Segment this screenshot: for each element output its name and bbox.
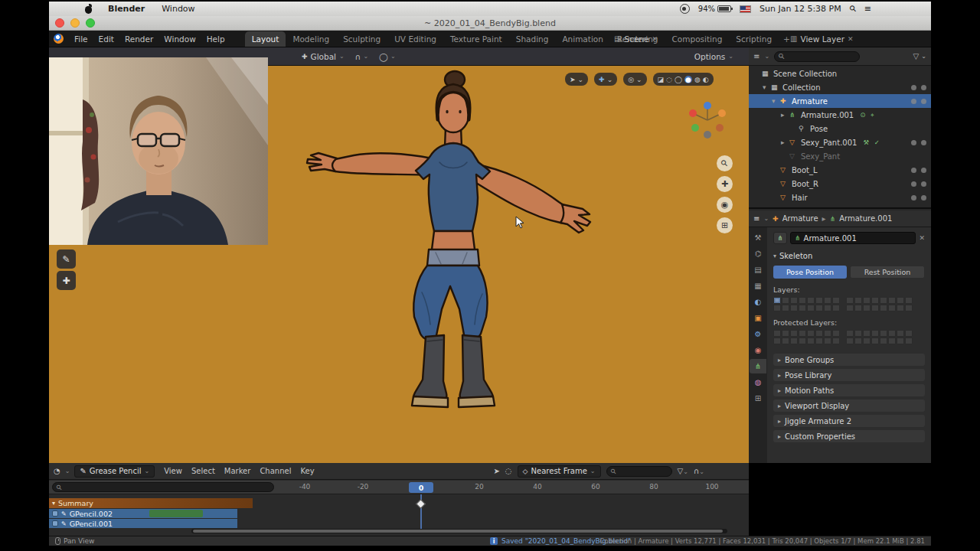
layer-toggle-cell[interactable]	[880, 305, 887, 311]
layer-toggle-cell[interactable]	[773, 305, 781, 311]
expand-toggle-icon[interactable]: ▸	[781, 139, 789, 146]
blender-logo-icon[interactable]	[54, 34, 64, 44]
hide-viewport-icon[interactable]	[911, 85, 916, 90]
layer-toggle-cell[interactable]	[905, 297, 913, 304]
datablock-name-field[interactable]: ⋔ Armature.001	[790, 232, 916, 244]
properties-tab-icon[interactable]: ⚙	[750, 327, 766, 341]
layer-toggle-cell[interactable]	[905, 337, 913, 344]
layer-toggle-cell[interactable]	[782, 297, 789, 304]
collapsed-panel-header[interactable]: Custom Properties	[773, 430, 925, 442]
layer-toggle-cell[interactable]	[790, 330, 798, 337]
workspace-tab[interactable]: Modeling	[286, 31, 336, 47]
outliner-row[interactable]: ⚲ Pose	[749, 122, 931, 135]
camera-view-button[interactable]: ◉	[717, 197, 733, 213]
apple-logo[interactable]	[84, 5, 93, 14]
navigation-gizmo[interactable]	[684, 97, 730, 143]
properties-tab-icon[interactable]: ◐	[750, 295, 766, 309]
layer-toggle-cell[interactable]	[799, 297, 806, 304]
layer-toggle-cell[interactable]	[905, 330, 913, 337]
layer-toggle-cell[interactable]	[863, 330, 871, 337]
properties-tab-icon[interactable]: ⌬	[750, 246, 766, 261]
battery-indicator[interactable]: 94%	[698, 5, 731, 13]
outliner-editor-type-icon[interactable]: ≡	[753, 52, 760, 60]
visibility-toggle-icons[interactable]	[911, 195, 926, 201]
layer-toggle-cell[interactable]	[773, 337, 781, 344]
visibility-toggle-icons[interactable]	[911, 140, 926, 145]
layer-toggle-cell[interactable]	[871, 337, 879, 344]
proportional-edit-toggle[interactable]: ◯ ⌄	[379, 52, 395, 61]
properties-tab-icon[interactable]: ▦	[750, 279, 766, 293]
overlays-dropdown-pill[interactable]: ◎ ⌄	[623, 73, 646, 86]
expand-toggle-icon[interactable]: ▾	[772, 97, 780, 105]
layer-toggle-cell[interactable]	[863, 305, 871, 311]
layer-toggle-cell[interactable]	[854, 297, 862, 304]
layer-toggle-cell[interactable]	[871, 297, 879, 304]
menubar-clock[interactable]: Sun Jan 12 5:38 PM	[760, 4, 841, 14]
annotate-tool-button[interactable]: ✎	[57, 249, 76, 269]
expand-toggle-icon[interactable]: ▾	[763, 83, 771, 91]
layer-toggle-cell[interactable]	[824, 305, 831, 311]
visibility-toggle-icons[interactable]	[911, 168, 926, 173]
channel-search-input[interactable]: ⚲	[52, 482, 274, 492]
layer-toggle-cell[interactable]	[815, 305, 823, 311]
visibility-toggle-icons[interactable]	[911, 99, 926, 104]
properties-tab-icon[interactable]: ⊞	[750, 391, 766, 406]
current-frame-badge[interactable]: 0	[409, 482, 433, 493]
dope-menu-item[interactable]: Marker	[224, 467, 251, 475]
disable-render-icon[interactable]	[921, 195, 926, 201]
breadcrumb-object-name[interactable]: Armature	[782, 214, 818, 223]
layer-toggle-cell[interactable]	[832, 337, 840, 344]
protected-grid-right[interactable]	[846, 330, 913, 344]
layer-toggle-cell[interactable]	[815, 337, 823, 344]
layer-toggle-cell[interactable]	[807, 297, 815, 304]
topbar-menu-item[interactable]: Window	[164, 34, 195, 44]
layer-toggle-cell[interactable]	[897, 330, 904, 337]
collapsed-panel-header[interactable]: Pose Library	[773, 369, 925, 381]
outliner-row[interactable]: ▽ Sexy_Pant	[749, 149, 931, 163]
layer-toggle-cell[interactable]	[815, 330, 823, 337]
dope-filter-dropdown[interactable]: ▽⌄	[678, 467, 688, 475]
workspace-tab[interactable]: Animation	[555, 31, 610, 47]
workspace-tab[interactable]: Sculpting	[336, 31, 387, 47]
menubar-item-window[interactable]: Window	[162, 4, 194, 14]
workspace-tab[interactable]: Scripting	[729, 31, 779, 47]
horizontal-scrollbar[interactable]	[191, 529, 727, 533]
properties-editor-type-icon[interactable]: ≡	[753, 214, 760, 223]
snap-mode-dropdown[interactable]: ⬦ Nearest Frame ⌄	[518, 465, 601, 478]
workspace-tab[interactable]: UV Editing	[387, 31, 443, 47]
layer-toggle-cell[interactable]	[871, 330, 879, 337]
layer-toggle-cell[interactable]	[888, 337, 896, 344]
collapsed-panel-header[interactable]: Bone Groups	[773, 354, 925, 366]
layer-toggle-cell[interactable]	[773, 330, 781, 337]
layer-toggle-cell[interactable]	[799, 330, 806, 337]
breadcrumb-data-name[interactable]: Armature.001	[839, 214, 892, 223]
zoom-view-button[interactable]: ⚲	[717, 155, 733, 171]
layer-toggle-cell[interactable]	[782, 305, 789, 311]
gpencil-channel-row[interactable]: ✎ GPencil.002	[49, 509, 237, 518]
protected-grid-left[interactable]	[773, 330, 840, 344]
collapsed-panel-header[interactable]: Viewport Display	[773, 399, 925, 412]
topbar-menu-item[interactable]: File	[74, 34, 88, 44]
scrollbar-thumb[interactable]	[193, 530, 723, 533]
layer-toggle-cell[interactable]	[846, 337, 854, 344]
dope-mode-dropdown[interactable]: ✎ Grease Pencil ⌄	[74, 465, 155, 478]
layer-toggle-cell[interactable]	[799, 305, 806, 311]
layer-toggle-cell[interactable]	[846, 330, 854, 337]
properties-tab-icon[interactable]: ⋔	[750, 359, 766, 373]
screen-recording-icon[interactable]	[680, 4, 690, 14]
layer-toggle-cell[interactable]	[880, 297, 887, 304]
select-mode-pill[interactable]: ➤ ⌄	[565, 73, 588, 86]
dope-menu-item[interactable]: Key	[300, 467, 314, 475]
layer-toggle-cell[interactable]	[863, 337, 871, 344]
properties-tab-icon[interactable]: ⚒	[750, 230, 766, 245]
dope-channel-area[interactable]: ▾ Summary ✎ GPencil.002 ✎ GPencil.001	[49, 494, 749, 536]
disable-render-icon[interactable]	[921, 99, 926, 104]
properties-tab-icon[interactable]: ◉	[750, 343, 766, 357]
outliner-row[interactable]: ▽ Boot_L	[749, 163, 931, 177]
layer-toggle-cell[interactable]	[832, 330, 840, 337]
layer-toggle-cell[interactable]	[863, 297, 871, 304]
outliner-search-input[interactable]: ⚲	[774, 51, 860, 62]
layer-toggle-cell[interactable]	[807, 305, 815, 311]
visibility-toggle-icons[interactable]	[911, 85, 926, 90]
workspace-tab[interactable]: Compositing	[665, 31, 730, 47]
